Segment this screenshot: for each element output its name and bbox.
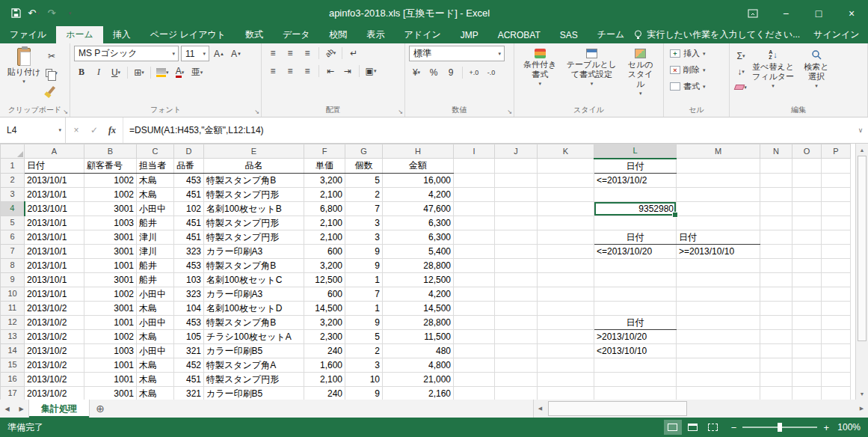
cell-C15[interactable]: 木島 [137,358,174,372]
cell-M11[interactable] [677,301,760,315]
redo-button[interactable]: ↷ [43,3,60,24]
cell-K2[interactable] [538,173,594,187]
cell-E16[interactable]: 特製スタンプ円形 [204,372,304,386]
cell-H1[interactable]: 金額 [383,159,454,174]
cell-C17[interactable]: 木島 [137,386,174,400]
cell-A2[interactable]: 2013/10/1 [25,173,84,187]
column-header-A[interactable]: A [25,144,84,159]
new-sheet-button[interactable]: ⊕ [90,400,111,418]
cell-C3[interactable]: 木島 [137,187,174,201]
cell-J12[interactable] [495,315,538,329]
cell-B7[interactable]: 3001 [84,244,137,258]
close-button[interactable]: × [835,0,868,26]
cell-H17[interactable]: 2,160 [383,386,454,400]
zoom-slider-thumb[interactable] [778,423,782,432]
comma-style-button[interactable]: 9 [443,65,458,79]
cell-H6[interactable]: 6,300 [383,230,454,244]
zoom-out-button[interactable]: − [731,422,737,433]
cell-B10[interactable]: 1002 [84,287,137,301]
cell-P8[interactable] [822,258,851,272]
cell-O16[interactable] [792,372,822,386]
zoom-in-button[interactable]: + [823,422,829,433]
cell-D9[interactable]: 103 [174,272,204,287]
cell-C16[interactable]: 木島 [137,372,174,386]
column-header-I[interactable]: I [454,144,495,159]
cell-B14[interactable]: 1003 [84,343,137,358]
cell-N8[interactable] [760,258,792,272]
cell-G3[interactable]: 2 [345,187,383,201]
cell-L1[interactable]: 日付 [594,159,677,174]
cell-F4[interactable]: 6,800 [304,201,345,216]
cell-F6[interactable]: 2,100 [304,230,345,244]
cell-F13[interactable]: 2,300 [304,329,345,343]
cell-J1[interactable] [495,159,538,174]
cell-M8[interactable] [677,258,760,272]
cell-O6[interactable] [792,230,822,244]
cell-M15[interactable] [677,358,760,372]
fill-color-button[interactable]: ▾ [155,65,170,79]
cell-G4[interactable]: 7 [345,201,383,216]
cell-M16[interactable] [677,372,760,386]
underline-button[interactable]: U▾ [108,65,123,79]
cell-G1[interactable]: 個数 [345,159,383,174]
cell-L2[interactable]: <=2013/10/2 [594,173,677,187]
cell-E12[interactable]: 特製スタンプ角B [204,315,304,329]
cell-I5[interactable] [454,216,495,230]
cell-I16[interactable] [454,372,495,386]
column-header-F[interactable]: F [304,144,345,159]
cell-E9[interactable]: 名刺100枚セットC [204,272,304,287]
cell-J14[interactable] [495,343,538,358]
fill-button[interactable]: ↓▾ [733,64,748,79]
tab-校閲[interactable]: 校閲 [320,26,357,43]
cell-N1[interactable] [760,159,792,174]
cell-I12[interactable] [454,315,495,329]
tab-挿入[interactable]: 挿入 [103,26,141,43]
copy-button[interactable]: ▾ [44,66,59,80]
tab-ページ レイアウト[interactable]: ページ レイアウト [141,26,236,43]
cell-B8[interactable]: 1001 [84,258,137,272]
undo-button[interactable]: ↶▾ [25,3,42,24]
cell-I17[interactable] [454,386,495,400]
column-header-O[interactable]: O [792,144,822,159]
cell-A3[interactable]: 2013/10/1 [25,187,84,201]
cell-E4[interactable]: 名刺100枚セットB [204,201,304,216]
cell-L11[interactable] [594,301,677,315]
cell-I7[interactable] [454,244,495,258]
column-header-C[interactable]: C [137,144,174,159]
cell-N10[interactable] [760,287,792,301]
cell-I4[interactable] [454,201,495,216]
cell-A16[interactable]: 2013/10/2 [25,372,84,386]
cell-E2[interactable]: 特製スタンプ角B [204,173,304,187]
cell-M4[interactable] [677,201,760,216]
cell-M5[interactable] [677,216,760,230]
cell-M9[interactable] [677,272,760,287]
cell-N5[interactable] [760,216,792,230]
cell-F7[interactable]: 600 [304,244,345,258]
cell-A12[interactable]: 2013/10/2 [25,315,84,329]
cell-F11[interactable]: 14,500 [304,301,345,315]
cell-L6[interactable]: 日付 [594,230,677,244]
cell-P4[interactable] [822,201,851,216]
sort-filter-button[interactable]: AZ↓ 並べ替えとフィルター ▾ [748,46,798,89]
cell-H16[interactable]: 21,000 [383,372,454,386]
increase-font-size-button[interactable]: A [212,46,227,61]
cell-B3[interactable]: 1002 [84,187,137,201]
cell-L15[interactable] [594,358,677,372]
dialog-launcher-icon[interactable]: ↘ [254,109,259,115]
number-format-select[interactable]: 標準▾ [409,46,505,61]
cell-A14[interactable]: 2013/10/2 [25,343,84,358]
customize-quick-access-button[interactable]: ▾ [61,3,78,24]
cell-J17[interactable] [495,386,538,400]
cell-N17[interactable] [760,386,792,400]
minimize-button[interactable]: − [769,0,802,26]
align-top-button[interactable]: ≡ [265,46,280,60]
cell-M10[interactable] [677,287,760,301]
formula-bar-expand-icon[interactable]: ∨ [853,117,868,143]
cell-H2[interactable]: 16,000 [383,173,454,187]
cell-O1[interactable] [792,159,822,174]
phonetic-guide-button[interactable]: 亜▾ [190,65,205,79]
cell-G17[interactable]: 9 [345,386,383,400]
horizontal-scroll-track[interactable] [547,400,855,418]
cell-B9[interactable]: 3001 [84,272,137,287]
page-layout-view-button[interactable] [684,420,702,435]
